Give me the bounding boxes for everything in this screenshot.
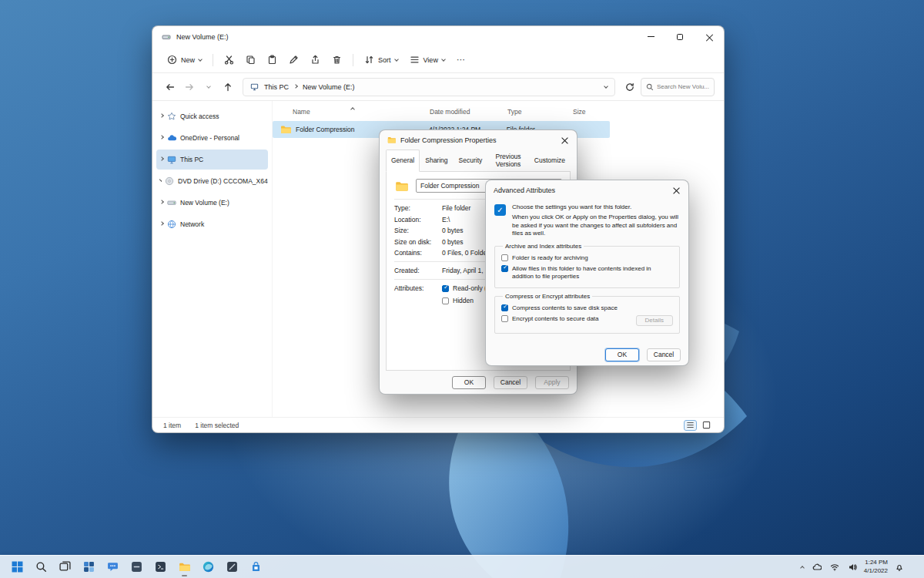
- pinned-app-1-button[interactable]: [127, 557, 146, 576]
- search-input[interactable]: [657, 83, 709, 90]
- intro-text-line1: Choose the settings you want for this fo…: [512, 203, 680, 211]
- checkbox-unchecked-icon[interactable]: [501, 254, 508, 261]
- ok-button[interactable]: OK: [452, 376, 486, 389]
- tab-sharing[interactable]: Sharing: [420, 150, 453, 172]
- checkbox-unchecked-icon[interactable]: [501, 315, 508, 322]
- close-button[interactable]: [552, 130, 577, 150]
- address-dropdown-icon[interactable]: [604, 84, 608, 89]
- column-header-date-modified[interactable]: Date modified: [430, 108, 507, 116]
- compress-option[interactable]: Compress contents to save disk space: [501, 304, 673, 312]
- large-icons-view-button[interactable]: [700, 420, 713, 431]
- cancel-button[interactable]: Cancel: [494, 376, 527, 389]
- sidebar-item-label: OneDrive - Personal: [180, 134, 239, 142]
- tab-general[interactable]: General: [386, 150, 420, 172]
- address-bar[interactable]: This PC New Volume (E:): [243, 78, 615, 96]
- sidebar-item-dvd-drive[interactable]: DVD Drive (D:) CCCOMA_X64FR: [156, 171, 268, 191]
- task-view-button[interactable]: [55, 557, 75, 576]
- sidebar-item-new-volume[interactable]: New Volume (E:): [156, 193, 268, 213]
- checkbox-unchecked-icon[interactable]: [442, 297, 449, 304]
- notification-center-button[interactable]: [893, 559, 906, 576]
- taskbar-search-button[interactable]: [32, 557, 51, 576]
- large-icons-view-icon: [702, 421, 711, 429]
- view-button[interactable]: View: [404, 51, 450, 69]
- refresh-button[interactable]: [621, 79, 638, 96]
- network-tray-button[interactable]: [829, 559, 841, 576]
- more-options-button[interactable]: ⋯: [451, 51, 471, 69]
- volume-tray-button[interactable]: [846, 559, 859, 576]
- tab-customize[interactable]: Customize: [529, 150, 571, 172]
- tab-previous-versions[interactable]: Previous Versions: [487, 150, 529, 172]
- view-toggles: [684, 420, 713, 431]
- maximize-button[interactable]: [665, 26, 695, 47]
- chevron-right-icon[interactable]: [159, 221, 164, 226]
- close-button[interactable]: [695, 26, 724, 47]
- cancel-button[interactable]: Cancel: [647, 348, 681, 361]
- dark-app-icon: [226, 561, 238, 573]
- pinned-app-3-button[interactable]: [223, 557, 242, 576]
- file-explorer-icon: [179, 561, 190, 573]
- explorer-titlebar[interactable]: New Volume (E:): [152, 26, 724, 47]
- forward-button[interactable]: [181, 79, 198, 96]
- chevron-right-icon[interactable]: [159, 179, 162, 182]
- ok-button[interactable]: OK: [605, 348, 639, 361]
- chat-button[interactable]: [103, 557, 122, 576]
- close-icon: [706, 33, 713, 40]
- breadcrumb-item-new-volume[interactable]: New Volume (E:): [303, 83, 355, 91]
- file-explorer-button[interactable]: [175, 557, 194, 576]
- column-header-size[interactable]: Size: [573, 108, 611, 116]
- recent-locations-button[interactable]: [200, 79, 217, 96]
- encrypt-option[interactable]: Encrypt contents to secure data Details: [501, 315, 673, 326]
- sidebar-item-quick-access[interactable]: Quick access: [156, 106, 268, 126]
- star-icon: [167, 112, 176, 121]
- tab-security[interactable]: Security: [454, 150, 488, 172]
- sort-button[interactable]: Sort: [359, 51, 403, 69]
- checkbox-checked-icon[interactable]: [442, 285, 449, 292]
- wifi-icon: [830, 563, 839, 572]
- toolbar-divider: [353, 54, 353, 66]
- checkbox-checked-icon[interactable]: [501, 304, 508, 311]
- store-button[interactable]: [246, 557, 266, 576]
- search-box[interactable]: [641, 78, 715, 96]
- plus-circle-icon: [167, 55, 177, 65]
- up-button[interactable]: [219, 79, 236, 96]
- field-label: Type:: [394, 204, 442, 212]
- details-button[interactable]: Details: [636, 315, 673, 326]
- share-button[interactable]: [305, 51, 326, 69]
- pinned-app-2-button[interactable]: [151, 557, 170, 576]
- breadcrumb-item-this-pc[interactable]: This PC: [264, 83, 289, 91]
- chevron-right-icon[interactable]: [159, 200, 164, 204]
- apply-button[interactable]: Apply: [535, 376, 569, 389]
- chevron-down-icon: [394, 57, 399, 62]
- back-button[interactable]: [162, 79, 179, 96]
- column-header-type[interactable]: Type: [507, 108, 573, 116]
- sidebar-item-network[interactable]: Network: [156, 214, 268, 234]
- clock[interactable]: 1:24 PM 4/1/2022: [864, 559, 888, 575]
- onedrive-tray-button[interactable]: [811, 559, 823, 576]
- compress-option-label: Compress contents to save disk space: [512, 304, 618, 312]
- rename-button[interactable]: [283, 51, 304, 69]
- chevron-right-icon[interactable]: [159, 113, 164, 118]
- new-button[interactable]: New: [162, 51, 207, 69]
- hidden-icons-button[interactable]: [799, 559, 805, 576]
- widgets-button[interactable]: [79, 557, 99, 576]
- start-button[interactable]: [8, 557, 27, 576]
- chevron-right-icon[interactable]: [159, 156, 164, 161]
- checkbox-checked-icon[interactable]: [501, 265, 508, 272]
- index-option[interactable]: Allow files in this folder to have conte…: [501, 265, 673, 281]
- details-view-button[interactable]: [684, 420, 697, 431]
- minimize-button[interactable]: [636, 26, 665, 47]
- copy-button[interactable]: [240, 51, 261, 69]
- cut-button[interactable]: [219, 51, 239, 69]
- sidebar-item-onedrive[interactable]: OneDrive - Personal: [156, 128, 268, 148]
- close-button[interactable]: [664, 180, 688, 200]
- advanced-dialog-titlebar[interactable]: Advanced Attributes: [486, 180, 688, 200]
- delete-button[interactable]: [326, 51, 347, 69]
- properties-dialog-titlebar[interactable]: Folder Compression Properties: [380, 130, 577, 150]
- archive-option[interactable]: Folder is ready for archiving: [501, 254, 673, 262]
- paste-button[interactable]: [262, 51, 283, 69]
- close-icon: [673, 187, 680, 193]
- edge-button[interactable]: [199, 557, 218, 576]
- sidebar-item-this-pc[interactable]: This PC: [156, 150, 268, 170]
- compress-encrypt-legend: Compress or Encrypt attributes: [503, 293, 592, 300]
- chevron-right-icon[interactable]: [159, 135, 164, 139]
